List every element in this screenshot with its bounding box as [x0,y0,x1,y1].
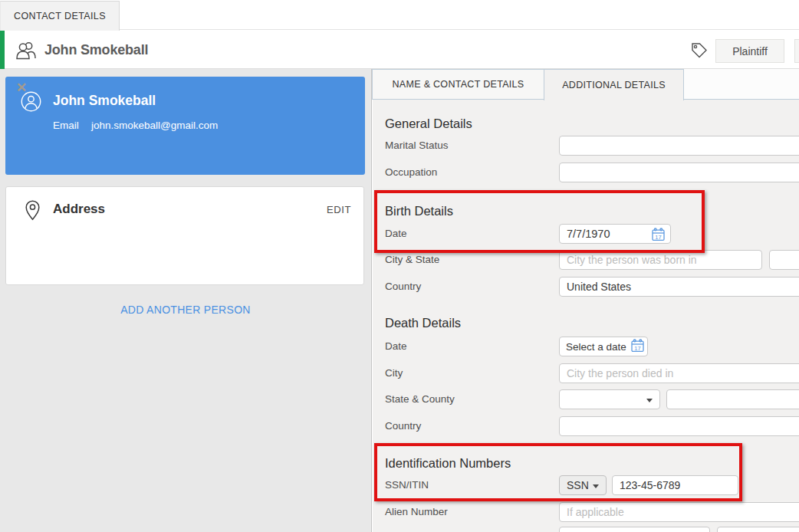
people-icon [15,41,37,63]
occupation-label: Occupation [385,163,559,182]
death-city-row: City [385,363,799,383]
contact-type-color-bar [0,31,5,69]
death-country-input[interactable] [559,416,799,436]
birth-state-input[interactable] [769,250,799,270]
death-date-button-label: Select a date [566,341,626,353]
tab-contact-details[interactable]: CONTACT DETAILS [0,1,120,31]
partial-input-1[interactable] [559,527,710,532]
address-edit-link[interactable]: EDIT [327,204,351,215]
death-state-county-row: State & County [385,389,799,409]
alien-number-label: Alien Number [385,502,559,522]
address-card: Address EDIT [5,186,364,285]
occupation-input[interactable] [559,163,799,182]
chevron-down-icon [646,399,653,402]
death-date-button[interactable]: Select a date 17 [559,337,648,356]
tag-icon [689,41,709,64]
death-city-input[interactable] [559,363,799,383]
tab-additional-details-label: ADDITIONAL DETAILS [562,80,666,90]
marital-status-input[interactable] [559,136,799,156]
email-label: Email [53,120,91,131]
avatar-icon [21,91,41,115]
general-details-heading: General Details [385,113,472,133]
death-date-label: Date [385,337,559,356]
role-button-partial[interactable] [794,39,799,63]
death-date-row: Date Select a date 17 [385,337,648,356]
role-button-plaintiff[interactable]: Plaintiff [715,39,784,63]
death-country-label: Country [385,416,559,436]
address-card-title: Address [53,202,105,217]
partial-bottom-row [385,527,799,532]
person-card-email-row: Email john.smokeball@gmail.com [53,120,218,131]
birth-country-row: Country [385,277,799,297]
tab-additional-details[interactable]: ADDITIONAL DETAILS [544,69,684,100]
add-another-person-link[interactable]: ADD ANOTHER PERSON [0,304,371,316]
email-value: john.smokeball@gmail.com [91,120,218,131]
death-details-heading: Death Details [385,313,461,333]
document-tab-strip: CONTACT DETAILS [0,0,799,30]
alien-number-input[interactable] [559,502,799,522]
death-county-input[interactable] [666,389,799,409]
annotation-rect-birth-date [374,190,705,253]
occupation-row: Occupation [385,163,799,182]
death-city-label: City [385,363,559,383]
people-sidebar: ✕ John Smokeball Email john.smokeball@gm… [0,69,372,532]
death-country-row: Country [385,416,799,436]
alien-number-row: Alien Number [385,502,799,522]
death-state-select[interactable] [559,389,660,409]
birth-country-input[interactable] [559,277,799,297]
tab-contact-details-label: CONTACT DETAILS [14,11,106,21]
death-state-county-label: State & County [385,389,559,409]
person-card[interactable]: ✕ John Smokeball Email john.smokeball@gm… [5,77,365,175]
marital-status-row: Marital Status [385,136,799,156]
contact-name-title: John Smokeball [44,31,148,69]
map-pin-icon [25,200,40,224]
role-button-label: Plaintiff [732,45,768,57]
svg-text:17: 17 [634,344,640,351]
contact-details-window: CONTACT DETAILS John Smokeball [0,0,799,532]
person-card-name: John Smokeball [53,93,156,109]
annotation-rect-ssn [374,443,742,501]
contact-header: John Smokeball Plaintiff [0,31,799,69]
partial-input-2[interactable] [717,527,799,532]
birth-country-label: Country [385,277,559,297]
calendar-icon[interactable]: 17 [631,339,644,355]
marital-status-label: Marital Status [385,136,559,156]
